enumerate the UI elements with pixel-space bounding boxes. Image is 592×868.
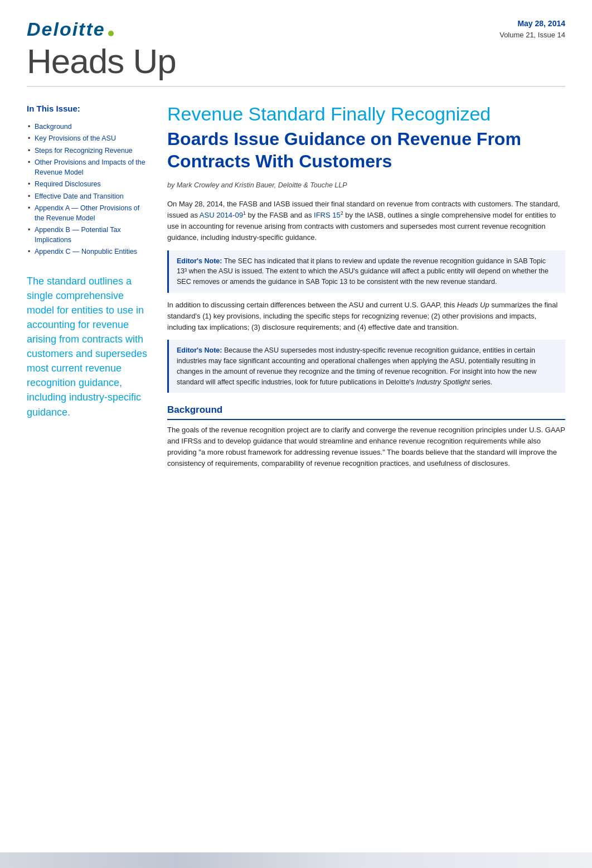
sidebar-item-disclosures[interactable]: Required Disclosures — [27, 179, 149, 191]
sidebar-item-appendix-a[interactable]: Appendix A — Other Provisions of the Rev… — [27, 202, 149, 224]
sidebar-link-background[interactable]: Background — [35, 123, 72, 131]
background-heading: Background — [167, 403, 565, 420]
article: Revenue Standard Finally Recognized Boar… — [167, 103, 565, 837]
footer-bar — [0, 852, 592, 868]
background-paragraph: The goals of the revenue recognition pro… — [167, 425, 565, 470]
sidebar: In This Issue: Background Key Provisions… — [27, 103, 149, 837]
sidebar-item-steps[interactable]: Steps for Recognizing Revenue — [27, 145, 149, 157]
sidebar-link-steps[interactable]: Steps for Recognizing Revenue — [35, 147, 133, 155]
editor-note-2-text: Because the ASU supersedes most industry… — [177, 346, 537, 385]
sidebar-item-key-provisions[interactable]: Key Provisions of the ASU — [27, 133, 149, 145]
article-body: On May 28, 2014, the FASB and IASB issue… — [167, 199, 565, 470]
editor-note-2-label: Editor's Note: — [177, 346, 222, 354]
article-title-light: Revenue Standard Finally Recognized — [167, 103, 565, 126]
article-title-dark: Boards Issue Guidance on Revenue From Co… — [167, 128, 565, 172]
main-content: In This Issue: Background Key Provisions… — [0, 87, 592, 852]
sidebar-link-appendix-b[interactable]: Appendix B — Potential Tax Implications — [35, 226, 121, 244]
date-area: May 28, 2014 Volume 21, Issue 14 — [499, 16, 565, 41]
pullquote: The standard outlines a single comprehen… — [27, 274, 149, 419]
editor-note-1: Editor's Note: The SEC has indicated tha… — [167, 250, 565, 293]
sidebar-item-other-provisions[interactable]: Other Provisions and Impacts of the Reve… — [27, 157, 149, 179]
sidebar-link-key-provisions[interactable]: Key Provisions of the ASU — [35, 134, 116, 142]
asu-link[interactable]: ASU 2014-09 — [200, 211, 243, 219]
sidebar-link-disclosures[interactable]: Required Disclosures — [35, 180, 101, 188]
sidebar-item-appendix-c[interactable]: Appendix C — Nonpublic Entities — [27, 246, 149, 258]
logo: Deloitte — [27, 16, 176, 40]
editor-note-1-label: Editor's Note: — [177, 257, 222, 265]
byline: by Mark Crowley and Kristin Bauer, Deloi… — [167, 180, 565, 191]
sidebar-item-effective-date[interactable]: Effective Date and Transition — [27, 191, 149, 203]
second-paragraph: In addition to discussing certain differ… — [167, 300, 565, 333]
header: Deloitte Heads Up May 28, 2014 Volume 21… — [0, 0, 592, 80]
sidebar-link-effective-date[interactable]: Effective Date and Transition — [35, 192, 124, 200]
intro-paragraph: On May 28, 2014, the FASB and IASB issue… — [167, 199, 565, 244]
deloitte-logo-icon: Deloitte — [27, 16, 116, 40]
logo-area: Deloitte Heads Up — [27, 16, 176, 80]
page: Deloitte Heads Up May 28, 2014 Volume 21… — [0, 0, 592, 868]
sidebar-item-background[interactable]: Background — [27, 121, 149, 133]
heads-up-title: Heads Up — [27, 42, 176, 80]
sidebar-link-appendix-c[interactable]: Appendix C — Nonpublic Entities — [35, 248, 137, 255]
svg-text:Deloitte: Deloitte — [27, 18, 105, 40]
sidebar-list: Background Key Provisions of the ASU Ste… — [27, 121, 149, 258]
svg-point-1 — [108, 31, 114, 36]
publication-date: May 28, 2014 — [499, 18, 565, 30]
sidebar-link-other-provisions[interactable]: Other Provisions and Impacts of the Reve… — [35, 158, 145, 176]
volume-info: Volume 21, Issue 14 — [499, 30, 565, 41]
editor-note-1-text: The SEC has indicated that it plans to r… — [177, 257, 549, 286]
editor-note-2: Editor's Note: Because the ASU supersede… — [167, 340, 565, 393]
in-this-issue-label: In This Issue: — [27, 103, 149, 115]
ifrs-link[interactable]: IFRS 15 — [314, 211, 341, 219]
sidebar-item-appendix-b[interactable]: Appendix B — Potential Tax Implications — [27, 224, 149, 246]
sidebar-link-appendix-a[interactable]: Appendix A — Other Provisions of the Rev… — [35, 204, 139, 222]
